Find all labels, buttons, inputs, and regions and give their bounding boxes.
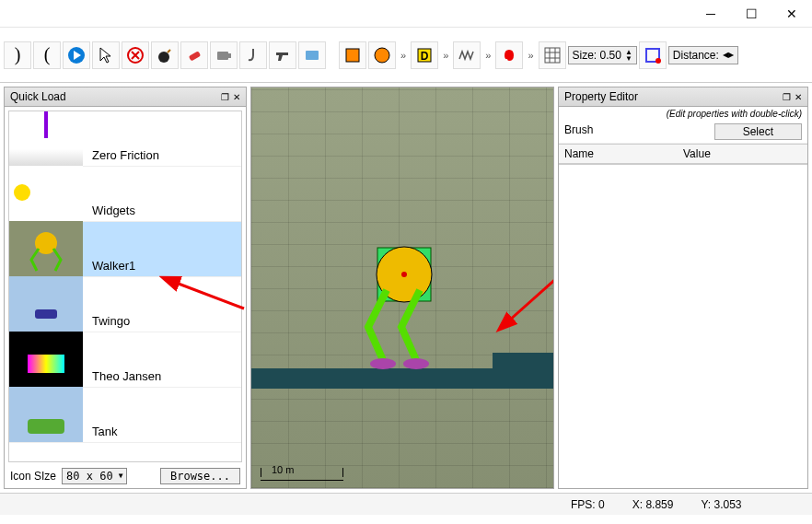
panel-close-icon[interactable]: ✕ bbox=[233, 92, 240, 102]
property-editor-title: Property Editor bbox=[564, 90, 638, 103]
item-label: Twingo bbox=[83, 310, 139, 332]
item-label: Zero Friction bbox=[83, 145, 168, 166]
thumbnail bbox=[9, 111, 83, 166]
svg-rect-7 bbox=[346, 49, 359, 62]
quick-load-title-bar: Quick Load ❐ ✕ bbox=[5, 87, 246, 107]
thumbnail bbox=[9, 276, 83, 332]
svg-rect-5 bbox=[228, 53, 231, 58]
svg-point-13 bbox=[655, 58, 661, 64]
cursor-icon[interactable] bbox=[92, 41, 120, 69]
svg-rect-11 bbox=[545, 48, 560, 63]
thumbnail bbox=[9, 221, 83, 276]
hook-icon[interactable] bbox=[239, 41, 267, 69]
simulation-canvas[interactable]: 10 m bbox=[250, 87, 554, 489]
item-label: Walker1 bbox=[83, 255, 145, 276]
select-button[interactable]: Select bbox=[714, 123, 802, 140]
chevrons-icon[interactable]: » bbox=[398, 50, 409, 61]
maximize-button[interactable]: ☐ bbox=[731, 0, 771, 28]
size-input[interactable]: Size: 0.50 ▲▼ bbox=[568, 46, 637, 64]
eraser-icon[interactable] bbox=[180, 41, 208, 69]
red-arrow-annotation bbox=[491, 262, 554, 345]
scale-label: 10 m bbox=[272, 464, 294, 475]
size-label: Size: 0.50 bbox=[573, 49, 621, 62]
thumbnail bbox=[9, 332, 83, 387]
window-titlebar: ─ ☐ ✕ bbox=[0, 0, 812, 28]
distance-input[interactable]: Distance: ◀▶ bbox=[668, 46, 738, 64]
svg-text:D: D bbox=[421, 50, 429, 63]
property-editor-panel: Property Editor ❐ ✕ (Edit properties wit… bbox=[558, 87, 808, 489]
list-item[interactable]: Widgets bbox=[9, 167, 241, 222]
brush-label: Brush bbox=[564, 123, 714, 140]
list-item[interactable]: Zero Friction bbox=[9, 111, 241, 167]
property-table[interactable] bbox=[559, 164, 807, 488]
rect-select-icon[interactable] bbox=[639, 41, 667, 69]
minimize-button[interactable]: ─ bbox=[690, 0, 731, 28]
svg-rect-4 bbox=[217, 52, 228, 60]
list-item[interactable]: Tank bbox=[9, 388, 241, 443]
grid-icon[interactable] bbox=[539, 41, 566, 69]
close-button[interactable]: ✕ bbox=[771, 0, 812, 28]
blob-icon[interactable] bbox=[495, 41, 523, 69]
y-readout: Y: 3.053 bbox=[701, 498, 741, 511]
col-value: Value bbox=[683, 147, 802, 160]
icon-size-label: Icon SIze bbox=[10, 470, 56, 483]
svg-rect-6 bbox=[306, 51, 319, 60]
d-letter-icon[interactable]: D bbox=[411, 41, 438, 69]
camera-icon[interactable] bbox=[210, 41, 238, 69]
property-editor-title-bar: Property Editor ❐ ✕ bbox=[559, 87, 807, 107]
dock-icon[interactable]: ❐ bbox=[221, 92, 229, 102]
property-hint: (Edit properties with double-click) bbox=[559, 107, 807, 121]
main-toolbar: ) ( » D » » » Size: 0.50 ▲▼ Distance: ◀▶ bbox=[0, 28, 812, 83]
square-shape-icon[interactable] bbox=[339, 41, 366, 69]
chevrons-icon[interactable]: » bbox=[482, 50, 493, 61]
item-label: Theo Jansen bbox=[83, 366, 170, 387]
walker-object[interactable] bbox=[348, 244, 458, 373]
dock-icon[interactable]: ❐ bbox=[783, 92, 791, 102]
list-item[interactable]: Theo Jansen bbox=[9, 332, 241, 388]
paren-left-icon[interactable]: ) bbox=[4, 41, 31, 69]
fps-readout: FPS: 0 bbox=[571, 498, 605, 511]
play-icon[interactable] bbox=[63, 41, 90, 69]
svg-line-20 bbox=[500, 267, 554, 329]
browse-button[interactable]: Browse... bbox=[160, 468, 240, 484]
platform-step bbox=[493, 353, 554, 369]
svg-point-17 bbox=[401, 272, 407, 277]
icon-size-dropdown[interactable]: 80 x 60 bbox=[62, 468, 127, 484]
svg-line-21 bbox=[164, 278, 244, 309]
card-icon[interactable] bbox=[298, 41, 326, 69]
paren-right-icon[interactable]: ( bbox=[33, 41, 61, 69]
item-label: Tank bbox=[83, 421, 126, 442]
thumbnail bbox=[9, 387, 83, 442]
circle-shape-icon[interactable] bbox=[368, 41, 396, 69]
cancel-icon[interactable] bbox=[122, 41, 149, 69]
status-bar: FPS: 0 X: 8.859 Y: 3.053 bbox=[0, 493, 812, 515]
thumbnail bbox=[9, 166, 83, 221]
svg-point-2 bbox=[158, 52, 169, 63]
chevrons-icon[interactable]: » bbox=[525, 50, 536, 61]
quick-load-title: Quick Load bbox=[10, 90, 66, 103]
distance-label: Distance: bbox=[673, 49, 719, 62]
gun-icon[interactable] bbox=[269, 41, 296, 69]
panel-close-icon[interactable]: ✕ bbox=[795, 92, 802, 102]
chevrons-icon[interactable]: » bbox=[440, 50, 451, 61]
red-arrow-annotation bbox=[157, 267, 249, 313]
svg-rect-3 bbox=[189, 51, 201, 61]
svg-point-8 bbox=[375, 48, 389, 63]
x-readout: X: 8.859 bbox=[632, 498, 674, 511]
col-name: Name bbox=[564, 147, 683, 160]
item-label: Widgets bbox=[83, 200, 145, 221]
spring-icon[interactable] bbox=[453, 41, 481, 69]
svg-point-18 bbox=[370, 358, 396, 369]
svg-point-19 bbox=[403, 358, 429, 369]
bomb-icon[interactable] bbox=[151, 41, 179, 69]
